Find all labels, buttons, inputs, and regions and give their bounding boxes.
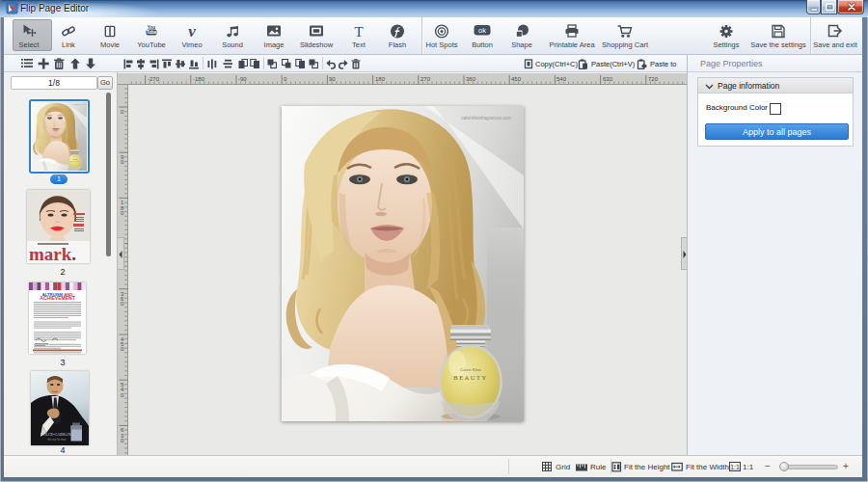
svg-text:0: 0 <box>121 301 124 307</box>
svg-text:0: 0 <box>121 392 124 398</box>
svg-text:90: 90 <box>329 76 336 82</box>
svg-text:450: 450 <box>511 76 522 82</box>
svg-text:0: 0 <box>121 159 124 165</box>
svg-text:0: 0 <box>284 76 287 82</box>
svg-text:v: v <box>188 24 196 40</box>
svg-text:the one for men: the one for men <box>48 438 67 442</box>
svg-text:-270: -270 <box>148 76 160 82</box>
svg-text:540: 540 <box>556 76 567 82</box>
svg-text:Tube: Tube <box>147 30 157 35</box>
svg-text:ok: ok <box>478 26 486 35</box>
svg-text:270: 270 <box>420 76 431 82</box>
svg-text:360: 360 <box>466 76 476 82</box>
svg-text:630: 630 <box>603 76 613 82</box>
svg-text:1:1: 1:1 <box>730 464 740 470</box>
svg-text:T: T <box>354 24 363 39</box>
svg-text:720: 720 <box>648 76 659 82</box>
svg-text:180: 180 <box>375 76 386 82</box>
svg-text:0: 0 <box>121 210 124 216</box>
svg-text:ACHIEVEMENT: ACHIEVEMENT <box>40 295 74 301</box>
svg-text:You: You <box>148 25 156 30</box>
svg-text:0: 0 <box>121 346 124 352</box>
svg-text:0: 0 <box>121 109 124 115</box>
svg-text:0: 0 <box>121 438 124 443</box>
svg-text:-180: -180 <box>193 76 205 82</box>
svg-text:-90: -90 <box>238 76 247 82</box>
svg-text:mark.: mark. <box>29 244 76 263</box>
svg-text:DOLCE•GABBANA: DOLCE•GABBANA <box>41 432 74 437</box>
